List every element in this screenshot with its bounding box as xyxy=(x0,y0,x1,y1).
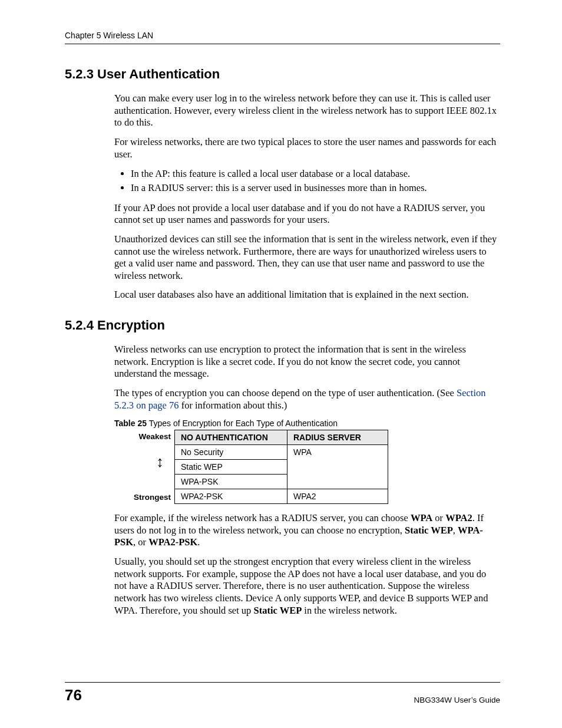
text: , or xyxy=(133,536,148,548)
row-strength-labels: Weakest ↕ Strongest xyxy=(114,430,174,504)
cell: WPA xyxy=(287,445,388,460)
table-row: Static WEP xyxy=(175,460,388,475)
text: For example, if the wireless network has… xyxy=(114,512,411,523)
encryption-table: NO AUTHENTICATION RADIUS SERVER No Secur… xyxy=(174,430,388,504)
section-524-body: Wireless networks can use encryption to … xyxy=(114,344,500,617)
text: . xyxy=(197,536,200,548)
heading-523: 5.2.3 User Authentication xyxy=(65,67,500,82)
paragraph: You can make every user log in to the wi… xyxy=(114,93,500,129)
label-strongest: Strongest xyxy=(134,493,171,502)
text: , xyxy=(453,525,458,536)
cell: WPA2 xyxy=(287,489,388,504)
paragraph: The types of encryption you can choose d… xyxy=(114,387,500,411)
page-footer: 76 NBG334W User’s Guide xyxy=(65,682,500,704)
bold-text: WPA2-PSK xyxy=(148,536,197,548)
text: for information about this.) xyxy=(179,400,287,411)
page-number: 76 xyxy=(65,686,82,704)
chapter-header: Chapter 5 Wireless LAN xyxy=(65,31,500,44)
th-radius: RADIUS SERVER xyxy=(287,430,388,445)
table-row: WPA-PSK xyxy=(175,475,388,489)
guide-title: NBG334W User’s Guide xyxy=(414,696,500,704)
updown-arrow-icon: ↕ xyxy=(156,456,164,468)
bold-text: Static WEP xyxy=(405,525,453,536)
paragraph: Local user databases also have an additi… xyxy=(114,289,500,301)
paragraph: For wireless networks, there are two typ… xyxy=(114,136,500,160)
text: in the wireless network. xyxy=(302,605,397,616)
section-523-body: You can make every user log in to the wi… xyxy=(114,93,500,301)
bold-text: Static WEP xyxy=(253,605,302,616)
encryption-table-wrap: Weakest ↕ Strongest NO AUTHENTICATION RA… xyxy=(114,430,500,504)
cell: WPA-PSK xyxy=(175,475,287,489)
table-number: Table 25 xyxy=(114,419,147,428)
paragraph: Wireless networks can use encryption to … xyxy=(114,344,500,380)
table-title: Types of Encryption for Each Type of Aut… xyxy=(147,419,338,428)
cell-empty xyxy=(287,475,388,489)
bold-text: WPA2 xyxy=(445,512,472,523)
bold-text: WPA xyxy=(411,512,432,523)
paragraph: Unauthorized devices can still see the i… xyxy=(114,233,500,282)
text: or xyxy=(432,512,445,523)
page: Chapter 5 Wireless LAN 5.2.3 User Authen… xyxy=(0,0,562,728)
label-weakest: Weakest xyxy=(138,432,171,441)
paragraph: If your AP does not provide a local user… xyxy=(114,202,500,226)
list-item: In the AP: this feature is called a loca… xyxy=(131,167,500,180)
paragraph: Usually, you should set up the strongest… xyxy=(114,556,500,617)
cell: WPA2-PSK xyxy=(175,489,287,504)
th-no-auth: NO AUTHENTICATION xyxy=(175,430,287,445)
cell-empty xyxy=(287,460,388,475)
paragraph: For example, if the wireless network has… xyxy=(114,512,500,549)
table-header-row: NO AUTHENTICATION RADIUS SERVER xyxy=(175,430,388,445)
cell: No Security xyxy=(175,445,287,460)
table-caption: Table 25 Types of Encryption for Each Ty… xyxy=(114,419,500,428)
list-item: In a RADIUS server: this is a server use… xyxy=(131,182,500,195)
table-row: WPA2-PSK WPA2 xyxy=(175,489,388,504)
heading-524: 5.2.4 Encryption xyxy=(65,318,500,333)
cell: Static WEP xyxy=(175,460,287,475)
table-row: No Security WPA xyxy=(175,445,388,460)
bullet-list: In the AP: this feature is called a loca… xyxy=(114,167,500,195)
text: The types of encryption you can choose d… xyxy=(114,387,457,398)
